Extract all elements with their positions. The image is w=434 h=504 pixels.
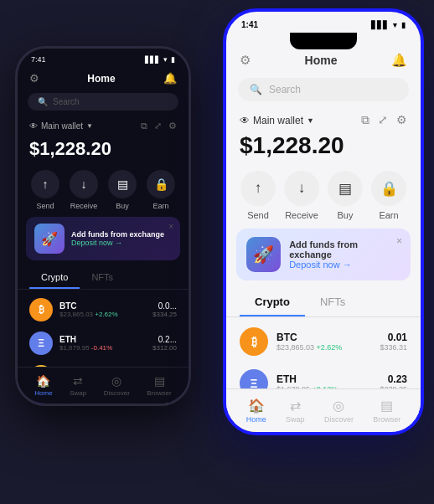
light-buy-button[interactable]: ▤ Buy bbox=[328, 171, 363, 220]
dark-eth-icon: Ξ bbox=[29, 332, 53, 355]
dark-eth-info: ETH $1,679.95 -0.41% bbox=[59, 335, 146, 352]
dark-gear-icon[interactable]: ⚙ bbox=[29, 72, 39, 85]
light-btc-price-text: $23,865.03 bbox=[276, 343, 317, 352]
dark-expand-icon[interactable]: ⤢ bbox=[154, 121, 162, 131]
light-promo-close[interactable]: × bbox=[396, 235, 402, 247]
dark-search-text: Search bbox=[53, 97, 80, 106]
dark-earn-button[interactable]: 🔒 Earn bbox=[147, 170, 175, 210]
light-settings-icon[interactable]: ⚙ bbox=[396, 113, 407, 127]
dark-discover-label: Discover bbox=[104, 389, 130, 397]
light-swap-label: Swap bbox=[286, 415, 305, 424]
dark-search-icon: 🔍 bbox=[38, 97, 48, 106]
light-copy-icon[interactable]: ⧉ bbox=[361, 113, 369, 127]
dark-wallet-section: 👁 Main wallet ▼ ⧉ ⤢ ⚙ bbox=[18, 114, 189, 136]
dark-buy-button[interactable]: ▤ Buy bbox=[108, 170, 137, 210]
light-header: ⚙ Home 🔔 bbox=[226, 46, 421, 75]
dark-send-icon: ↑ bbox=[31, 170, 59, 198]
dark-eth-change: -0.41% bbox=[91, 344, 112, 352]
dark-promo-banner: 🚀 Add funds from exchange Deposit now → … bbox=[26, 217, 180, 260]
light-balance: $1,228.20 bbox=[226, 131, 421, 167]
light-promo-text: Add funds from exchange Deposit now → bbox=[289, 239, 400, 270]
dark-copy-icon[interactable]: ⧉ bbox=[141, 121, 147, 131]
dark-promo-image: 🚀 bbox=[34, 224, 65, 254]
light-receive-icon: ↓ bbox=[284, 171, 319, 206]
dark-btc-amount: 0.0... $334.25 bbox=[152, 301, 177, 318]
dark-btc-price-text: $23,865.03 bbox=[59, 311, 95, 318]
light-btc-name: BTC bbox=[276, 332, 371, 343]
light-eye-icon: 👁 bbox=[240, 115, 250, 126]
dark-promo-title: Add funds from exchange bbox=[71, 230, 164, 239]
light-search-icon: 🔍 bbox=[250, 84, 262, 95]
dark-eye-icon: 👁 bbox=[29, 121, 38, 131]
light-btc-info: BTC $23,865.03 +2.62% bbox=[276, 332, 371, 352]
dark-nav-home[interactable]: 🏠 Home bbox=[34, 374, 52, 397]
dark-btc-change: +2.62% bbox=[95, 311, 117, 318]
light-header-title: Home bbox=[305, 54, 338, 67]
light-eth-name: ETH bbox=[276, 373, 371, 385]
light-tab-crypto[interactable]: Crypto bbox=[240, 289, 305, 316]
dark-eth-item[interactable]: Ξ ETH $1,679.95 -0.41% 0.2... $312.00 bbox=[18, 327, 189, 360]
light-gear-icon[interactable]: ⚙ bbox=[240, 53, 251, 68]
light-browser-icon: ▤ bbox=[380, 398, 393, 414]
light-nav-home[interactable]: 🏠 Home bbox=[246, 398, 266, 424]
dark-search-bar[interactable]: 🔍 Search bbox=[28, 93, 178, 111]
dark-promo-close[interactable]: × bbox=[168, 222, 173, 231]
light-phone: 1:41 ▋▋▋ ▾ ▮ ⚙ Home 🔔 🔍 Search 👁 Main wa… bbox=[223, 8, 424, 435]
light-browser-label: Browser bbox=[373, 415, 400, 424]
dark-btc-item[interactable]: ₿ BTC $23,865.03 +2.62% 0.0... $334.25 bbox=[18, 293, 189, 327]
dark-nav-discover[interactable]: ◎ Discover bbox=[104, 374, 130, 397]
light-bell-icon[interactable]: 🔔 bbox=[391, 53, 407, 68]
light-battery-icon: ▮ bbox=[401, 21, 406, 29]
dark-header-title: Home bbox=[87, 73, 115, 85]
dark-nav-browser[interactable]: ▤ Browser bbox=[147, 374, 171, 397]
dark-wallet-label[interactable]: 👁 Main wallet ▼ bbox=[29, 121, 93, 131]
dark-bell-icon[interactable]: 🔔 bbox=[163, 72, 177, 85]
light-nav-browser[interactable]: ▤ Browser bbox=[373, 398, 400, 424]
dark-battery-icon: ▮ bbox=[171, 55, 175, 64]
dark-receive-button[interactable]: ↓ Receive bbox=[70, 170, 98, 210]
light-wifi-icon: ▾ bbox=[393, 21, 397, 29]
dark-receive-label: Receive bbox=[70, 202, 98, 210]
light-send-button[interactable]: ↑ Send bbox=[240, 171, 276, 220]
dark-action-buttons: ↑ Send ↓ Receive ▤ Buy 🔒 Earn bbox=[18, 167, 189, 217]
light-btc-item[interactable]: ₿ BTC $23,865.03 +2.62% 0.01 $336.31 bbox=[226, 321, 421, 363]
dark-wifi-icon: ▾ bbox=[163, 55, 168, 64]
light-expand-icon[interactable]: ⤢ bbox=[378, 113, 388, 127]
dark-btc-amount-text: 0.0... bbox=[152, 301, 177, 311]
light-swap-icon: ⇄ bbox=[290, 398, 301, 414]
dark-home-label: Home bbox=[34, 389, 52, 397]
light-nav-swap[interactable]: ⇄ Swap bbox=[286, 398, 305, 424]
light-receive-button[interactable]: ↓ Receive bbox=[284, 171, 319, 220]
dark-receive-icon: ↓ bbox=[70, 170, 98, 198]
light-nav-discover[interactable]: ◎ Discover bbox=[324, 398, 354, 424]
light-wallet-label[interactable]: 👁 Main wallet ▼ bbox=[240, 115, 314, 126]
dark-nav-swap[interactable]: ⇄ Swap bbox=[70, 374, 86, 397]
light-earn-button[interactable]: 🔒 Earn bbox=[371, 171, 406, 220]
light-search-bar[interactable]: 🔍 Search bbox=[238, 78, 409, 101]
dark-promo-link[interactable]: Deposit now → bbox=[71, 239, 164, 247]
dark-balance: $1,228.20 bbox=[18, 136, 189, 167]
dark-time: 7:41 bbox=[31, 55, 46, 64]
light-buy-icon: ▤ bbox=[328, 171, 363, 206]
dark-btc-info: BTC $23,865.03 +2.62% bbox=[59, 301, 146, 318]
dark-earn-label: Earn bbox=[152, 202, 168, 210]
dark-tab-crypto[interactable]: Crypto bbox=[29, 267, 80, 289]
dark-tab-nfts[interactable]: NFTs bbox=[80, 267, 125, 289]
dark-phone: 7:41 ▋▋▋ ▾ ▮ ⚙ Home 🔔 🔍 Search 👁 Main wa… bbox=[15, 46, 191, 406]
light-btc-value: $336.31 bbox=[380, 343, 407, 352]
light-wallet-dropdown-icon: ▼ bbox=[307, 116, 314, 125]
light-tab-nfts[interactable]: NFTs bbox=[305, 289, 360, 316]
dark-wallet-actions: ⧉ ⤢ ⚙ bbox=[141, 121, 177, 131]
dark-eth-amount-text: 0.2... bbox=[152, 335, 177, 344]
dark-eth-name: ETH bbox=[59, 335, 146, 344]
light-btc-price: $23,865.03 +2.62% bbox=[276, 343, 371, 352]
light-wallet-section: 👁 Main wallet ▼ ⧉ ⤢ ⚙ bbox=[226, 105, 421, 131]
dark-send-button[interactable]: ↑ Send bbox=[31, 170, 59, 210]
light-btc-icon: ₿ bbox=[240, 327, 268, 356]
light-promo-link[interactable]: Deposit now → bbox=[289, 260, 400, 270]
dark-settings-icon[interactable]: ⚙ bbox=[168, 121, 177, 131]
dark-btc-price: $23,865.03 +2.62% bbox=[59, 311, 146, 318]
light-btc-change: +2.62% bbox=[317, 343, 343, 352]
phones-container: 7:41 ▋▋▋ ▾ ▮ ⚙ Home 🔔 🔍 Search 👁 Main wa… bbox=[0, 0, 434, 504]
dark-eth-price-text: $1,679.95 bbox=[59, 344, 91, 352]
